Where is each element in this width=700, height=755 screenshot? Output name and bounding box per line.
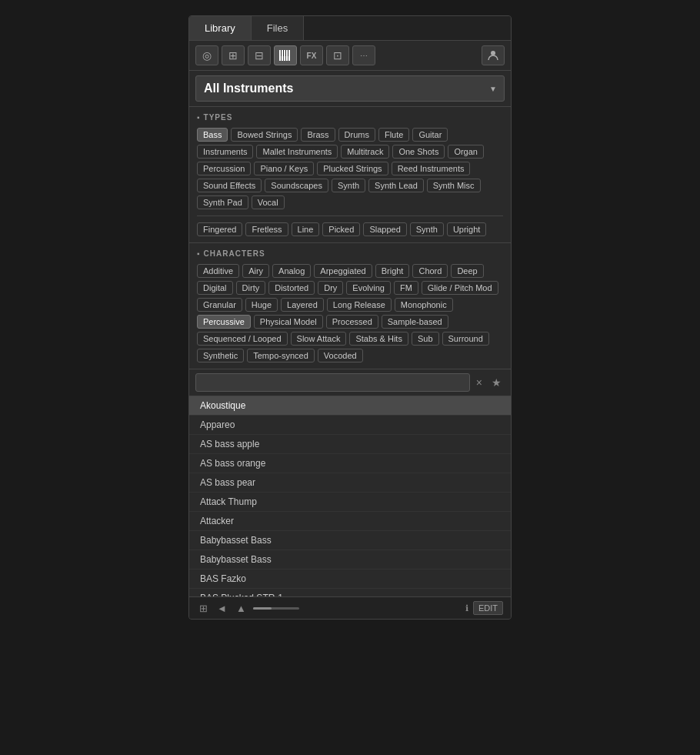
tag-processed[interactable]: Processed <box>326 315 378 329</box>
tag-plucked-strings[interactable]: Plucked Strings <box>317 162 388 175</box>
toolbar-btn-instruments[interactable] <box>274 45 297 65</box>
tag-synth-pad[interactable]: Synth Pad <box>197 195 248 209</box>
tag-sample-based[interactable]: Sample-based <box>382 315 448 329</box>
tag-layered[interactable]: Layered <box>281 298 324 312</box>
toolbar-btn-midi[interactable]: ⊡ <box>326 45 349 65</box>
tag-analog[interactable]: Analog <box>272 264 311 278</box>
tag-multitrack[interactable]: Multitrack <box>341 145 389 159</box>
tag-huge[interactable]: Huge <box>245 298 278 312</box>
toolbar-btn-audio[interactable]: ⋯ <box>352 45 375 65</box>
tag-percussive[interactable]: Percussive <box>197 315 251 329</box>
tag-slow-attack[interactable]: Slow Attack <box>291 332 347 346</box>
tag-percussion[interactable]: Percussion <box>197 162 251 175</box>
tag-digital[interactable]: Digital <box>197 281 233 295</box>
tag-additive[interactable]: Additive <box>197 264 239 278</box>
tag-synthetic[interactable]: Synthetic <box>197 349 244 362</box>
tag-picked[interactable]: Picked <box>322 222 360 236</box>
result-item[interactable]: BAS Fazko <box>189 570 511 589</box>
toolbar-btn-fx[interactable]: FX <box>300 45 323 65</box>
tag-synth-lead[interactable]: Synth Lead <box>368 179 424 192</box>
result-item[interactable]: Appareo <box>189 416 511 435</box>
result-item[interactable]: Babybasset Bass <box>189 550 511 570</box>
toolbar-btn-user[interactable] <box>482 45 505 65</box>
svg-rect-8 <box>288 50 288 56</box>
tag-distorted[interactable]: Distorted <box>268 281 315 295</box>
tab-library[interactable]: Library <box>189 16 252 40</box>
svg-rect-1 <box>282 50 283 61</box>
tag-bowed-strings[interactable]: Bowed Strings <box>231 128 298 142</box>
toolbar-btn-all[interactable]: ◎ <box>195 45 218 65</box>
tag-organ[interactable]: Organ <box>448 145 484 159</box>
tag-long-release[interactable]: Long Release <box>327 298 392 312</box>
tag-flute[interactable]: Flute <box>378 128 409 142</box>
tag-piano-keys[interactable]: Piano / Keys <box>254 162 314 175</box>
tag-fm[interactable]: FM <box>394 281 418 295</box>
tag-tempo-synced[interactable]: Tempo-synced <box>247 349 315 362</box>
tag-fretless[interactable]: Fretless <box>245 222 288 236</box>
tag-synth-misc[interactable]: Synth Misc <box>427 179 481 192</box>
tag-instruments[interactable]: Instruments <box>197 145 253 159</box>
tag-granular[interactable]: Granular <box>197 298 242 312</box>
instrument-dropdown[interactable]: All Instruments <box>195 75 505 102</box>
search-star-button[interactable]: ★ <box>488 375 505 390</box>
svg-point-9 <box>491 51 495 55</box>
tab-files[interactable]: Files <box>252 16 304 40</box>
tag-synth2[interactable]: Synth <box>410 222 444 236</box>
tag-upright[interactable]: Upright <box>447 222 486 236</box>
tag-dry[interactable]: Dry <box>318 281 343 295</box>
tag-stabs-hits[interactable]: Stabs & Hits <box>349 332 408 346</box>
tag-physical-model[interactable]: Physical Model <box>254 315 323 329</box>
svg-rect-7 <box>285 50 286 56</box>
tag-airy[interactable]: Airy <box>242 264 269 278</box>
tag-surround[interactable]: Surround <box>442 332 489 346</box>
tag-vocal[interactable]: Vocal <box>252 195 285 209</box>
tag-mallet-instruments[interactable]: Mallet Instruments <box>256 145 338 159</box>
tag-glide-pitch-mod[interactable]: Glide / Pitch Mod <box>422 281 498 295</box>
tag-chord[interactable]: Chord <box>412 264 448 278</box>
instrument-dropdown-row: All Instruments <box>189 71 511 107</box>
tag-one-shots[interactable]: One Shots <box>392 145 445 159</box>
svg-rect-3 <box>286 50 288 61</box>
tag-bass[interactable]: Bass <box>197 128 228 142</box>
tag-brass[interactable]: Brass <box>301 128 335 142</box>
result-item[interactable]: Babybasset Bass <box>189 531 511 550</box>
tag-soundscapes[interactable]: Soundscapes <box>265 179 328 192</box>
result-item[interactable]: AS bass apple <box>189 435 511 454</box>
search-input[interactable] <box>195 373 470 392</box>
result-item[interactable]: Attacker <box>189 512 511 531</box>
tag-line[interactable]: Line <box>292 222 320 236</box>
search-clear-button[interactable]: × <box>473 375 485 390</box>
bottom-volume-up-button[interactable]: ▲ <box>234 602 248 615</box>
bottom-audio-button[interactable]: ◄ <box>215 602 229 615</box>
tag-sequenced-looped[interactable]: Sequenced / Looped <box>197 332 288 346</box>
bottom-edit-button[interactable]: EDIT <box>473 601 503 615</box>
tag-deep[interactable]: Deep <box>451 264 483 278</box>
tag-monophonic[interactable]: Monophonic <box>395 298 453 312</box>
result-item[interactable]: BAS Plucked STR-1 <box>189 589 511 596</box>
result-item[interactable]: AS bass orange <box>189 454 511 473</box>
svg-rect-6 <box>283 50 284 56</box>
volume-slider[interactable] <box>253 607 299 610</box>
bottom-grid-button[interactable]: ⊞ <box>197 602 210 615</box>
tag-synth[interactable]: Synth <box>332 179 365 192</box>
tag-arpeggiated[interactable]: Arpeggiated <box>314 264 372 278</box>
toolbar-btn-grid9[interactable]: ⊟ <box>248 45 271 65</box>
tag-drums[interactable]: Drums <box>338 128 375 142</box>
tag-sound-effects[interactable]: Sound Effects <box>197 179 262 192</box>
tag-vocoded[interactable]: Vocoded <box>318 349 363 362</box>
tag-guitar[interactable]: Guitar <box>412 128 448 142</box>
result-item[interactable]: Akoustique <box>189 396 511 416</box>
result-item[interactable]: AS bass pear <box>189 473 511 493</box>
svg-rect-4 <box>288 50 290 61</box>
tag-fingered[interactable]: Fingered <box>197 222 242 236</box>
tag-sub[interactable]: Sub <box>412 332 439 346</box>
tag-slapped[interactable]: Slapped <box>363 222 406 236</box>
bottom-info-button[interactable]: ℹ <box>465 603 468 613</box>
characters-tags: Additive Airy Analog Arpeggiated Bright … <box>197 264 503 362</box>
tag-reed-instruments[interactable]: Reed Instruments <box>392 162 471 175</box>
tag-dirty[interactable]: Dirty <box>236 281 266 295</box>
tag-bright[interactable]: Bright <box>375 264 410 278</box>
toolbar-btn-grid4[interactable]: ⊞ <box>222 45 245 65</box>
result-item[interactable]: Attack Thump <box>189 493 511 512</box>
tag-evolving[interactable]: Evolving <box>346 281 391 295</box>
